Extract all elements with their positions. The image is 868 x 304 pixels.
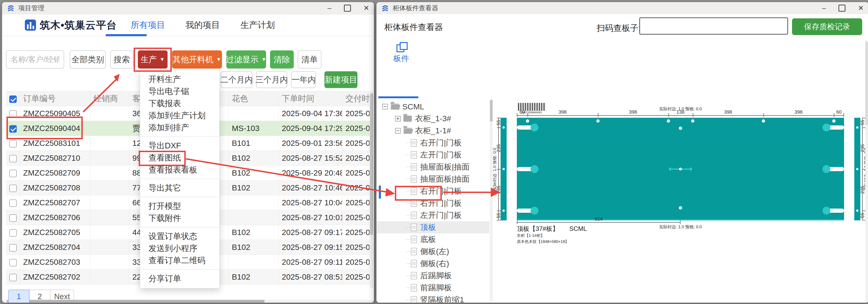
page-button-1[interactable]: 1 (8, 290, 30, 303)
production-dropdown-button[interactable]: 生产▼ (138, 50, 167, 69)
tree-item-抽屉面板|抽面[interactable]: 抽屉面板|抽面 (376, 173, 489, 185)
menu-item-查看图纸[interactable]: 查看图纸 (140, 151, 219, 164)
tree-item-顶板[interactable]: 顶板 (376, 221, 489, 233)
menu-divider (140, 269, 219, 270)
row-checkbox[interactable] (9, 229, 17, 237)
tree-connector (406, 167, 411, 167)
project-management-window: 项目管理 – ✕ 筑木•筑巢云平台 所有项目我的项目生产计划 全部类别 搜索 生… (2, 2, 374, 303)
menu-item-分享订单[interactable]: 分享订单 (140, 272, 219, 284)
search-input[interactable] (6, 50, 64, 69)
maximize-icon[interactable] (838, 5, 845, 11)
row-checkbox[interactable] (9, 244, 17, 251)
panels-tab[interactable]: 板件 (393, 53, 409, 64)
side-dim-label-left: 55 (496, 120, 501, 125)
tree-connector (406, 227, 411, 228)
tree-item-后踢脚板[interactable]: 后踢脚板 (376, 270, 489, 282)
cell-color: B102 (228, 180, 278, 195)
menu-item-查看订单二维码[interactable]: 查看订单二维码 (140, 254, 219, 266)
new-project-button[interactable]: 新建项目 (324, 71, 358, 88)
cell-order-number: ZMZC25082707 (20, 195, 90, 210)
caret-down-icon: ▼ (261, 57, 267, 63)
filter-display-dropdown-button[interactable]: 过滤显示▼ (226, 50, 266, 69)
category-button[interactable]: 全部类别 (70, 50, 106, 69)
maximize-icon[interactable] (344, 5, 351, 11)
tree-item-左开门|门板[interactable]: 左开门|门板 (376, 149, 489, 161)
menu-item-添加到排产[interactable]: 添加到排产 (140, 122, 219, 134)
tree-item-抽屉面板|抽面[interactable]: 抽屉面板|抽面 (376, 161, 489, 173)
cell-dealer (90, 240, 129, 255)
other-machine-dropdown-button[interactable]: 其他开料机▼ (172, 50, 222, 69)
row-checkbox[interactable] (9, 214, 17, 222)
expand-icon[interactable] (395, 116, 401, 122)
cell-color: B102 (228, 151, 278, 166)
cell-color: B102 (228, 270, 278, 284)
left-window-controls: – ✕ (328, 5, 369, 11)
table-horizontal-scrollbar[interactable] (2, 300, 374, 303)
row-checkbox[interactable] (9, 184, 17, 192)
row-checkbox[interactable] (9, 170, 17, 177)
file-icon (411, 211, 417, 219)
row-checkbox[interactable] (9, 155, 17, 162)
menu-item-设置订单状态[interactable]: 设置订单状态 (140, 230, 219, 242)
tree-scrollbar[interactable] (490, 100, 493, 302)
tree-item-侧板(左)[interactable]: 侧板(左) (376, 245, 489, 258)
row-checkbox-cell (6, 121, 20, 136)
tree-item-前踢脚板[interactable]: 前踢脚板 (376, 282, 489, 294)
period-button-3[interactable]: 一年内 (291, 71, 316, 88)
close-icon[interactable]: ✕ (364, 5, 369, 11)
period-button-1[interactable]: 二个月内 (221, 71, 252, 88)
minimize-icon[interactable]: – (328, 5, 332, 11)
table-vertical-scrollbar[interactable] (370, 91, 373, 289)
row-checkbox[interactable] (9, 200, 17, 207)
panels-tab-icon (397, 42, 406, 51)
row-checkbox[interactable] (9, 125, 17, 133)
menu-item-开料生产[interactable]: 开料生产 (140, 73, 219, 85)
tree-item-右开门|门板[interactable]: 右开门|门板 (376, 197, 489, 209)
nav-tab-我的项目[interactable]: 我的项目 (185, 19, 220, 31)
select-all-checkbox[interactable] (9, 96, 17, 103)
tree-item-SCML[interactable]: SCML (376, 101, 489, 113)
collapse-icon[interactable] (395, 128, 401, 134)
list-button[interactable]: 清单 (298, 50, 321, 69)
collapse-icon[interactable] (382, 104, 388, 109)
cell-color: B102 (228, 166, 278, 180)
menu-item-导出DXF[interactable]: 导出DXF (140, 140, 219, 151)
save-inspection-button[interactable]: 保存质检记录 (792, 18, 862, 35)
tree-item-底板[interactable]: 底板 (376, 233, 489, 245)
period-button-2[interactable]: 三个月内 (256, 71, 287, 88)
nav-tab-生产计划[interactable]: 生产计划 (240, 19, 275, 31)
nav-tab-所有项目[interactable]: 所有项目 (131, 19, 165, 31)
tree-item-竖隔板前缩1[interactable]: 竖隔板前缩1 (376, 294, 489, 303)
menu-item-发送到小程序[interactable]: 发送到小程序 (140, 242, 219, 254)
close-icon[interactable]: ✕ (858, 5, 864, 11)
tree-item-左开门|门板[interactable]: 左开门|门板 (376, 209, 489, 221)
tree-item-右开门|门板[interactable]: 右开门|门板 (376, 185, 489, 197)
cell-color: B102 (228, 225, 278, 240)
minimize-icon[interactable]: – (822, 5, 826, 11)
cell-order-number: ZMZC25090404 (20, 121, 90, 136)
cell-delivery-time: 2025-08-2 (342, 151, 370, 166)
dim-tick (497, 118, 501, 118)
tree-item-label: 抽屉面板|抽面 (420, 162, 470, 172)
tree-item-衣柜_1-3#[interactable]: 衣柜_1-3# (376, 113, 489, 125)
row-checkbox[interactable] (9, 140, 17, 147)
menu-item-查看报表看板[interactable]: 查看报表看板 (140, 164, 219, 176)
tree-item-衣柜_1-1#[interactable]: 衣柜_1-1# (376, 125, 489, 137)
nav-tabs: 所有项目我的项目生产计划 (131, 19, 275, 31)
row-checkbox[interactable] (9, 110, 17, 118)
canvas-scrollbar[interactable] (865, 40, 868, 302)
search-button[interactable]: 搜索 (110, 50, 133, 69)
menu-item-添加到生产计划[interactable]: 添加到生产计划 (140, 109, 219, 122)
row-checkbox-cell (6, 180, 20, 195)
menu-item-打开模型[interactable]: 打开模型 (140, 200, 219, 212)
clear-button[interactable]: 清除 (270, 50, 294, 69)
menu-item-导出电子锯[interactable]: 导出电子锯 (140, 85, 219, 97)
menu-item-下载报表[interactable]: 下载报表 (140, 97, 219, 109)
tree-item-右开门|门板[interactable]: 右开门|门板 (376, 137, 489, 149)
row-checkbox[interactable] (9, 259, 17, 266)
scan-board-input[interactable] (639, 18, 788, 35)
row-checkbox[interactable] (9, 274, 17, 281)
menu-item-导出其它[interactable]: 导出其它 (140, 182, 219, 194)
menu-item-下载附件[interactable]: 下载附件 (140, 212, 219, 224)
tree-item-侧板(右)[interactable]: 侧板(右) (376, 258, 489, 270)
